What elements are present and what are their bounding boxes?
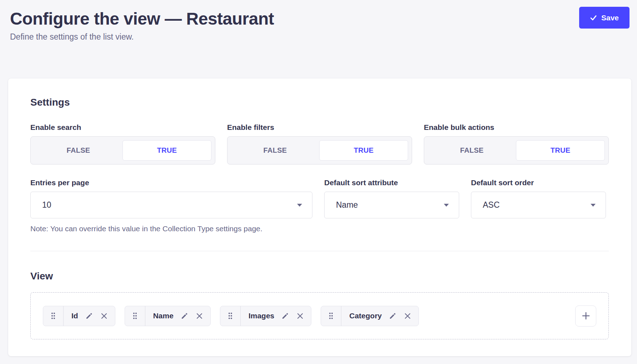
- close-icon: [404, 312, 411, 320]
- field-default-sort-order: Default sort order ASC: [471, 178, 606, 233]
- drag-dots-icon: [328, 312, 334, 320]
- close-icon: [196, 312, 203, 320]
- field-label: Enable filters: [227, 123, 412, 132]
- remove-field-button[interactable]: [100, 312, 109, 320]
- entries-per-page-select[interactable]: 10: [30, 192, 312, 218]
- toggles-row: Enable search FALSE TRUE Enable filters …: [30, 123, 609, 165]
- close-icon: [296, 312, 304, 320]
- enable-filters-toggle[interactable]: FALSE TRUE: [227, 136, 412, 165]
- remove-field-button[interactable]: [195, 312, 204, 320]
- save-button-label: Save: [601, 14, 619, 22]
- enable-search-toggle[interactable]: FALSE TRUE: [30, 136, 215, 165]
- drag-dots-icon: [132, 312, 138, 320]
- field-label: Default sort attribute: [324, 178, 459, 187]
- view-field-chip-id: Id: [43, 306, 115, 326]
- check-icon: [590, 14, 597, 21]
- save-button[interactable]: Save: [579, 7, 630, 29]
- view-field-chip-name: Name: [125, 306, 211, 326]
- select-value: Name: [336, 200, 358, 210]
- pencil-icon: [85, 312, 94, 320]
- field-label: Entries per page: [30, 178, 312, 187]
- default-sort-order-select[interactable]: ASC: [471, 192, 606, 218]
- view-field-chip-category: Category: [321, 306, 419, 326]
- edit-field-button[interactable]: [388, 311, 398, 321]
- settings-card: Settings Enable search FALSE TRUE Enable…: [8, 79, 631, 356]
- close-icon: [100, 312, 108, 320]
- chip-label: Category: [348, 312, 382, 320]
- drag-dots-icon: [227, 312, 233, 320]
- field-default-sort-attribute: Default sort attribute Name: [324, 178, 459, 233]
- field-entries-per-page: Entries per page 10 Note: You can overri…: [30, 178, 312, 233]
- pencil-icon: [281, 312, 290, 320]
- toggle-option-false[interactable]: FALSE: [34, 140, 122, 161]
- field-enable-filters: Enable filters FALSE TRUE: [227, 123, 412, 165]
- settings-section-heading: Settings: [30, 96, 609, 108]
- drag-handle[interactable]: [125, 306, 145, 326]
- edit-field-button[interactable]: [180, 311, 190, 321]
- toggle-option-true[interactable]: TRUE: [122, 140, 211, 161]
- toggle-option-true[interactable]: TRUE: [319, 140, 408, 161]
- drag-handle[interactable]: [43, 306, 64, 326]
- chevron-down-icon: [297, 204, 302, 207]
- toggle-option-true[interactable]: TRUE: [516, 140, 605, 161]
- add-field-button[interactable]: [575, 305, 596, 327]
- select-value: ASC: [483, 200, 500, 210]
- chip-body: Category: [341, 306, 418, 326]
- drag-dots-icon: [50, 312, 56, 320]
- chip-label: Id: [71, 312, 79, 320]
- edit-field-button[interactable]: [84, 311, 94, 321]
- chevron-down-icon: [591, 204, 596, 207]
- toggle-option-false[interactable]: FALSE: [231, 140, 319, 161]
- field-enable-search: Enable search FALSE TRUE: [30, 123, 215, 165]
- chip-body: Images: [241, 306, 311, 326]
- plus-icon: [581, 311, 591, 321]
- page-header: Configure the view — Restaurant Define t…: [0, 0, 637, 42]
- field-label: Enable bulk actions: [424, 123, 609, 132]
- chip-label: Name: [152, 312, 174, 320]
- selects-row: Entries per page 10 Note: You can overri…: [30, 178, 609, 233]
- field-enable-bulk-actions: Enable bulk actions FALSE TRUE: [424, 123, 609, 165]
- remove-field-button[interactable]: [403, 312, 412, 320]
- drag-handle[interactable]: [220, 306, 241, 326]
- view-field-chip-images: Images: [220, 306, 311, 326]
- field-label: Enable search: [30, 123, 215, 132]
- chip-body: Id: [64, 306, 115, 326]
- section-divider: [30, 251, 609, 251]
- view-section-heading: View: [30, 270, 609, 282]
- drag-handle[interactable]: [321, 306, 341, 326]
- remove-field-button[interactable]: [296, 312, 305, 320]
- view-fields-drop-zone: Id: [30, 292, 609, 339]
- enable-bulk-actions-toggle[interactable]: FALSE TRUE: [424, 136, 609, 165]
- chip-label: Images: [248, 312, 275, 320]
- entries-per-page-note: Note: You can override this value in the…: [30, 224, 312, 233]
- field-label: Default sort order: [471, 178, 606, 187]
- pencil-icon: [388, 312, 397, 320]
- chevron-down-icon: [444, 204, 449, 207]
- chip-body: Name: [145, 306, 210, 326]
- select-value: 10: [42, 200, 51, 210]
- page-title: Configure the view — Restaurant: [10, 9, 627, 29]
- edit-field-button[interactable]: [280, 311, 290, 321]
- page-subtitle: Define the settings of the list view.: [10, 31, 627, 42]
- pencil-icon: [180, 312, 189, 320]
- toggle-option-false[interactable]: FALSE: [428, 140, 516, 161]
- default-sort-attribute-select[interactable]: Name: [324, 192, 459, 218]
